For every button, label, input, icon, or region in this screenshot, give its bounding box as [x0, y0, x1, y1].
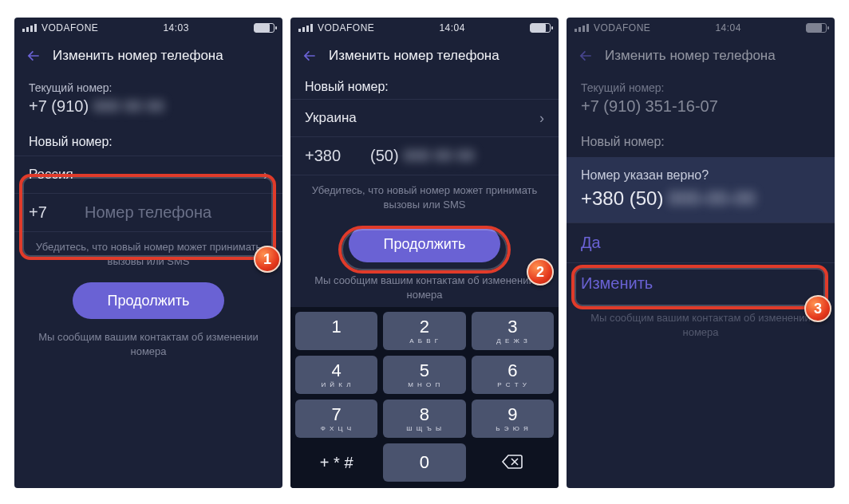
- key-0[interactable]: 0: [383, 443, 465, 482]
- key-6[interactable]: 6Р С Т У: [472, 356, 554, 394]
- phone-area: (50): [370, 147, 399, 165]
- notice-text: Мы сообщим вашим контактам об изменении …: [567, 303, 835, 347]
- step-badge-1: 1: [254, 246, 281, 273]
- nav-bar: Изменить номер телефона: [290, 38, 559, 73]
- continue-button[interactable]: Продолжить: [73, 282, 224, 319]
- key-symbols[interactable]: + * #: [295, 443, 377, 482]
- page-title: Изменить номер телефона: [53, 48, 223, 64]
- step-badge-2: 2: [527, 258, 554, 285]
- signal-icon: [22, 24, 37, 32]
- country-selector[interactable]: Украина ›: [290, 99, 559, 137]
- screen-3: VODAFONE 14:04 Изменить номер телефона Т…: [567, 18, 835, 488]
- battery-icon: [254, 23, 274, 33]
- carrier-label: VODAFONE: [318, 22, 374, 33]
- phone-placeholder: Номер телефона: [85, 203, 211, 222]
- hint-text: Убедитесь, что новый номер может принима…: [14, 232, 282, 276]
- current-number-value: +7 (910) 000 00 00: [29, 97, 268, 116]
- notice-text: Мы сообщим вашим контактам об изменении …: [290, 266, 559, 306]
- current-number-label: Текущий номер:: [29, 81, 268, 94]
- key-9[interactable]: 9Ь Э Ю Я: [472, 400, 554, 438]
- key-3[interactable]: 3Д Е Ж З: [472, 312, 554, 350]
- back-icon[interactable]: [575, 45, 597, 67]
- status-bar: VODAFONE 14:03: [14, 18, 282, 38]
- current-number-label: Текущий номер:: [581, 81, 820, 94]
- back-icon[interactable]: [22, 45, 45, 67]
- nav-bar: Изменить номер телефона: [14, 38, 282, 73]
- confirm-yes-button[interactable]: Да: [567, 223, 835, 263]
- key-1[interactable]: 1: [295, 312, 377, 350]
- continue-button[interactable]: Продолжить: [349, 226, 500, 262]
- battery-icon: [806, 23, 827, 33]
- back-icon[interactable]: [298, 45, 321, 67]
- prefix-label: +7: [29, 203, 85, 222]
- phone-input-row[interactable]: +380 (50) 000 00 00: [290, 137, 559, 175]
- confirm-question: Номер указан верно?: [581, 168, 820, 183]
- new-number-label: Новый номер:: [29, 135, 268, 149]
- new-number-label: Новый номер:: [581, 135, 820, 149]
- current-number-value: +7 (910) 351-16-07: [581, 97, 820, 116]
- country-name: Украина: [305, 110, 357, 126]
- clock: 14:04: [715, 22, 741, 33]
- key-backspace[interactable]: [472, 443, 554, 482]
- status-bar: VODAFONE 14:04: [290, 18, 559, 38]
- chevron-right-icon: ›: [263, 167, 268, 183]
- chevron-right-icon: ›: [539, 110, 544, 127]
- new-number-label: Новый номер:: [305, 80, 544, 94]
- page-title: Изменить номер телефона: [329, 48, 500, 64]
- confirm-card: Номер указан верно? +380 (50)000-00-00: [567, 157, 835, 222]
- step-badge-3: 3: [804, 295, 831, 322]
- key-7[interactable]: 7Ф Х Ц Ч: [295, 400, 377, 438]
- screen-1: VODAFONE 14:03 Изменить номер телефона Т…: [14, 18, 282, 488]
- confirm-edit-button[interactable]: Изменить: [567, 263, 835, 303]
- screen-2: VODAFONE 14:04 Изменить номер телефона Н…: [290, 18, 559, 488]
- key-5[interactable]: 5М Н О П: [383, 356, 465, 394]
- page-title: Изменить номер телефона: [605, 48, 776, 64]
- phone-input-row[interactable]: +7 Номер телефона: [14, 194, 282, 232]
- numeric-keypad: 1 2А Б В Г 3Д Е Ж З 4И Й К Л 5М Н О П 6Р…: [290, 307, 559, 488]
- phone-rest: 000 00 00: [404, 147, 475, 165]
- key-4[interactable]: 4И Й К Л: [295, 356, 377, 394]
- notice-text: Мы сообщим вашим контактам об изменении …: [14, 322, 282, 366]
- status-bar: VODAFONE 14:04: [567, 18, 835, 38]
- clock: 14:04: [439, 22, 465, 33]
- key-2[interactable]: 2А Б В Г: [383, 312, 465, 350]
- carrier-label: VODAFONE: [41, 22, 98, 33]
- nav-bar: Изменить номер телефона: [567, 38, 835, 73]
- hint-text: Убедитесь, что новый номер может принима…: [290, 175, 559, 219]
- signal-icon: [575, 24, 589, 32]
- battery-icon: [530, 23, 551, 33]
- country-name: Россия: [29, 167, 73, 183]
- confirm-number: +380 (50)000-00-00: [581, 187, 820, 210]
- country-selector[interactable]: Россия ›: [14, 156, 282, 194]
- prefix-label: +380: [305, 147, 370, 165]
- carrier-label: VODAFONE: [594, 22, 650, 33]
- clock: 14:03: [163, 22, 189, 33]
- key-8[interactable]: 8Ш Щ Ъ Ы: [383, 400, 465, 438]
- backspace-icon: [501, 454, 523, 472]
- signal-icon: [298, 24, 313, 32]
